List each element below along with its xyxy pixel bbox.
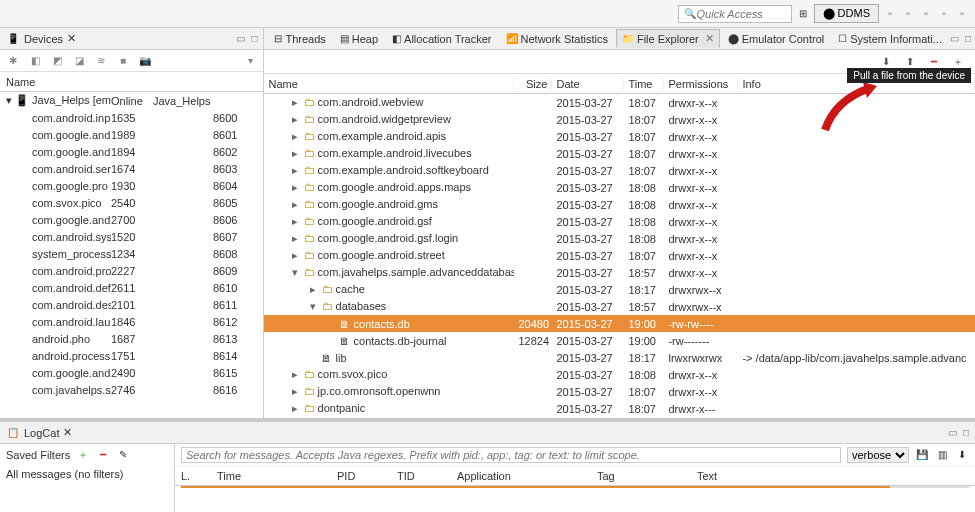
col-level[interactable]: L. — [181, 470, 197, 482]
devices-list[interactable]: ▾ 📱 Java_Helps [emulaOnlineJava_Helps [5… — [0, 92, 263, 418]
process-row[interactable]: com.google.pro19308604 — [0, 177, 263, 194]
col-time[interactable]: Time — [624, 78, 664, 90]
logcat-scrollbar[interactable] — [181, 486, 969, 488]
maximize-icon[interactable]: □ — [965, 33, 971, 44]
process-row[interactable]: com.google.and19898601 — [0, 126, 263, 143]
toolbar-icon-1[interactable]: ▫ — [883, 7, 897, 21]
tab-emulator-control[interactable]: ⬤Emulator Control — [722, 30, 831, 48]
tab-network-statistics[interactable]: 📶Network Statistics — [500, 30, 614, 48]
process-row[interactable]: com.google.and18948602 — [0, 143, 263, 160]
logcat-search-input[interactable] — [181, 447, 841, 463]
push-file-icon[interactable]: ⬆ — [903, 55, 917, 69]
process-row[interactable]: com.android.pro22278609 — [0, 262, 263, 279]
update-heap-icon[interactable]: ◧ — [28, 54, 42, 68]
col-time[interactable]: Time — [217, 470, 317, 482]
file-row[interactable]: ▾ 🗀 com.javahelps.sample.advanceddatabas… — [264, 264, 975, 281]
screenshot-icon[interactable]: 📷 — [138, 54, 152, 68]
close-icon[interactable]: ✕ — [705, 32, 714, 45]
logcat-level-select[interactable]: verbose — [847, 447, 909, 463]
devices-tab[interactable]: 📱 Devices ✕ ▭ □ — [0, 28, 263, 50]
file-explorer-tree[interactable]: ▸ 🗀 com.android.webview 2015-03-27 18:07… — [264, 94, 975, 418]
process-row[interactable]: com.android.inp16358600 — [0, 109, 263, 126]
file-row[interactable]: ▸ 🗀 com.google.android.gsf.login 2015-03… — [264, 230, 975, 247]
close-icon[interactable]: ✕ — [63, 426, 72, 439]
file-row[interactable]: ▸ 🗀 jp.co.omronsoft.openwnn 2015-03-27 1… — [264, 383, 975, 400]
col-application[interactable]: Application — [457, 470, 577, 482]
file-row[interactable]: ▸ 🗀 com.google.android.street 2015-03-27… — [264, 247, 975, 264]
file-row[interactable]: ▸ 🗀 com.android.widgetpreview 2015-03-27… — [264, 111, 975, 128]
maximize-icon[interactable]: □ — [963, 427, 969, 438]
col-date[interactable]: Date — [552, 78, 624, 90]
gc-icon[interactable]: ◪ — [72, 54, 86, 68]
minimize-icon[interactable]: ▭ — [950, 33, 959, 44]
tab-allocation-tracker[interactable]: ◧Allocation Tracker — [386, 30, 497, 48]
col-name[interactable]: Name — [264, 78, 514, 90]
file-row[interactable]: ▸ 🗀 dontpanic 2015-03-27 18:07 drwxr-x--… — [264, 400, 975, 417]
file-row[interactable]: ▾ 🗀 databases 2015-03-27 18:57 drwxrwx--… — [264, 298, 975, 315]
process-row[interactable]: com.android.sys15208607 — [0, 228, 263, 245]
dump-hprof-icon[interactable]: ◩ — [50, 54, 64, 68]
clear-log-icon[interactable]: ▥ — [935, 448, 949, 462]
process-row[interactable]: com.android.ser16748603 — [0, 160, 263, 177]
toolbar-icon-2[interactable]: ▫ — [901, 7, 915, 21]
minimize-icon[interactable]: ▭ — [948, 427, 957, 438]
remove-filter-icon[interactable]: ━ — [96, 448, 110, 462]
file-row[interactable]: ▸ 🗀 com.example.android.livecubes 2015-0… — [264, 145, 975, 162]
minimize-icon[interactable]: ▭ — [236, 33, 245, 44]
threads-icon[interactable]: ≋ — [94, 54, 108, 68]
view-menu-icon[interactable]: ▾ — [243, 54, 257, 68]
tab-file-explorer[interactable]: 📁File Explorer✕ — [616, 29, 720, 48]
toolbar-icon-4[interactable]: ▫ — [937, 7, 951, 21]
add-filter-icon[interactable]: ＋ — [76, 448, 90, 462]
process-row[interactable]: com.javahelps.sa27468616 — [0, 381, 263, 398]
maximize-icon[interactable]: □ — [251, 33, 257, 44]
process-row[interactable]: system_process12348608 — [0, 245, 263, 262]
logcat-tab[interactable]: 📋 LogCat ✕ ▭ □ — [0, 422, 975, 444]
col-size[interactable]: Size — [514, 78, 552, 90]
perspective-ddms-button[interactable]: ⬤ DDMS — [814, 4, 879, 23]
perspective-switch-icon[interactable]: ⊞ — [796, 7, 810, 21]
quick-access-input[interactable] — [697, 8, 787, 20]
process-row[interactable]: com.google.and27008606 — [0, 211, 263, 228]
filter-all-messages[interactable]: All messages (no filters) — [6, 468, 168, 480]
col-tid[interactable]: TID — [397, 470, 437, 482]
stop-icon[interactable]: ■ — [116, 54, 130, 68]
file-row[interactable]: 🗎 lib 2015-03-27 18:17 lrwxrwxrwx -> /da… — [264, 349, 975, 366]
col-permissions[interactable]: Permissions — [664, 78, 738, 90]
quick-access-search[interactable]: 🔍 — [678, 5, 792, 23]
process-row[interactable]: com.android.lau18468612 — [0, 313, 263, 330]
toolbar-icon-3[interactable]: ▫ — [919, 7, 933, 21]
file-row[interactable]: ▸ 🗀 com.google.android.gms 2015-03-27 18… — [264, 196, 975, 213]
edit-filter-icon[interactable]: ✎ — [116, 448, 130, 462]
file-row[interactable]: ▸ 🗀 com.svox.pico 2015-03-27 18:08 drwxr… — [264, 366, 975, 383]
file-row[interactable]: ▸ 🗀 com.google.android.apps.maps 2015-03… — [264, 179, 975, 196]
col-text[interactable]: Text — [697, 470, 717, 482]
file-row[interactable]: ▸ 🗀 com.google.android.gsf 2015-03-27 18… — [264, 213, 975, 230]
save-log-icon[interactable]: 💾 — [915, 448, 929, 462]
file-row[interactable]: 🗎 contacts.db 20480 2015-03-27 19:00 -rw… — [264, 315, 975, 332]
file-row[interactable]: ▸ 🗀 com.android.webview 2015-03-27 18:07… — [264, 94, 975, 111]
file-row[interactable]: ▸ 🗀 com.example.android.softkeyboard 201… — [264, 162, 975, 179]
file-row[interactable]: 🗎 contacts.db-journal 12824 2015-03-27 1… — [264, 332, 975, 349]
file-row[interactable]: ▸ 🗀 com.example.android.apis 2015-03-27 … — [264, 128, 975, 145]
process-row[interactable]: com.android.def26118610 — [0, 279, 263, 296]
toolbar-icon-5[interactable]: ▫ — [955, 7, 969, 21]
process-row[interactable]: android.pho16878613 — [0, 330, 263, 347]
new-folder-icon[interactable]: ＋ — [951, 55, 965, 69]
process-row[interactable]: com.android.des21018611 — [0, 296, 263, 313]
col-pid[interactable]: PID — [337, 470, 377, 482]
col-tag[interactable]: Tag — [597, 470, 677, 482]
tab-system-information[interactable]: ☐System Informati... — [832, 30, 948, 48]
close-icon[interactable]: ✕ — [67, 32, 76, 45]
tab-heap[interactable]: ▤Heap — [334, 30, 384, 48]
scroll-lock-icon[interactable]: ⬇ — [955, 448, 969, 462]
pull-file-icon[interactable]: ⬇ — [879, 55, 893, 69]
process-row[interactable]: com.google.and24908615 — [0, 364, 263, 381]
tab-threads[interactable]: ⊟Threads — [268, 30, 331, 48]
debug-icon[interactable]: ✱ — [6, 54, 20, 68]
process-row[interactable]: com.svox.pico25408605 — [0, 194, 263, 211]
device-parent-row[interactable]: ▾ 📱 Java_Helps [emulaOnlineJava_Helps [5… — [0, 92, 263, 109]
file-row[interactable]: ▸ 🗀 cache 2015-03-27 18:17 drwxrwx--x — [264, 281, 975, 298]
process-row[interactable]: android.process17518614 — [0, 347, 263, 364]
delete-icon[interactable]: ━ — [927, 55, 941, 69]
